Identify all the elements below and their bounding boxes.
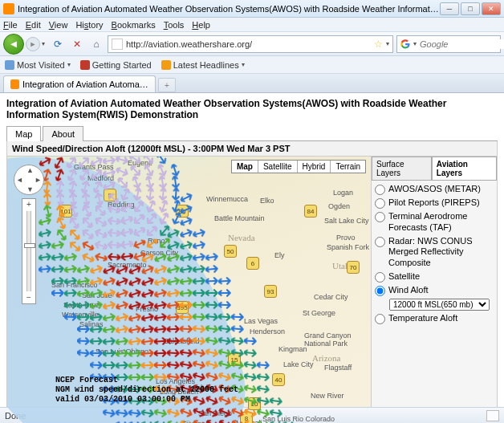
pan-up-icon[interactable]: ▲	[26, 166, 34, 174]
minimize-button[interactable]: ─	[440, 2, 459, 15]
getting-started-icon	[80, 60, 90, 70]
tab-about[interactable]: About	[43, 126, 83, 141]
radio-satellite[interactable]	[375, 272, 385, 283]
page-icon	[112, 39, 123, 50]
url-bar[interactable]: ☆ ▾	[108, 35, 393, 53]
label-temp-aloft: Temperature Aloft	[388, 313, 494, 324]
tab-surface-layers[interactable]: Surface Layers	[372, 157, 432, 180]
zoom-in-icon[interactable]: +	[26, 200, 31, 209]
bookmark-latest-headlines[interactable]: Latest Headlines▾	[161, 60, 245, 70]
menu-help[interactable]: Help	[192, 20, 210, 30]
wind-arrow	[244, 348, 262, 358]
wind-arrow	[231, 313, 249, 322]
main-area: ▲ ▼ ◄ ► + − Map Satellite Hybrid Terrain	[6, 157, 498, 423]
bookmark-most-visited[interactable]: Most Visited▾	[5, 60, 71, 70]
forecast-line1: NCEP Forecast	[55, 376, 238, 385]
pan-down-icon[interactable]: ▼	[26, 185, 34, 193]
page-title: Integration of Aviation Automated Weathe…	[6, 98, 498, 120]
wind-arrow	[231, 324, 250, 334]
map-subheader: Wind Speed/Direction Aloft (12000ft MSL)…	[6, 141, 498, 157]
zoom-slider[interactable]: + −	[22, 198, 36, 304]
zoom-thumb[interactable]	[24, 243, 35, 248]
layers-panel: Surface Layers Aviation Layers AWOS/ASOS…	[371, 157, 497, 423]
bookmark-getting-started[interactable]: Getting Started	[80, 60, 152, 70]
maptype-satellite[interactable]: Satellite	[258, 161, 297, 173]
label-radar: Radar: NWS CONUS Merged Reflectivity Com…	[388, 236, 494, 269]
rss-icon	[161, 60, 171, 70]
close-button[interactable]: ✕	[482, 2, 501, 15]
tab-favicon	[10, 79, 19, 89]
url-dropdown[interactable]: ▾	[386, 40, 389, 47]
menu-file[interactable]: File	[3, 20, 18, 30]
tab-map[interactable]: Map	[6, 126, 41, 141]
radio-wind-aloft[interactable]	[375, 286, 385, 296]
menu-tools[interactable]: Tools	[164, 20, 185, 30]
tab-strip: Integration of Aviation Automated ... +	[0, 74, 504, 93]
tab-aviation-layers[interactable]: Aviation Layers	[432, 157, 497, 180]
maptype-hybrid[interactable]: Hybrid	[297, 161, 331, 173]
browser-tab-active[interactable]: Integration of Aviation Automated ...	[3, 75, 156, 92]
google-icon	[400, 39, 410, 50]
search-bar[interactable]: ▾	[396, 35, 501, 53]
radio-radar[interactable]	[375, 237, 385, 247]
layer-tabs: Surface Layers Aviation Layers	[372, 157, 497, 181]
forecast-line3: valid 03/03/2010 03:00:00 PM	[55, 395, 238, 405]
reload-button[interactable]: ⟳	[50, 36, 66, 52]
wind-arrow	[244, 336, 262, 345]
label-satellite: Satellite	[388, 271, 494, 283]
menu-view[interactable]: View	[49, 20, 68, 30]
map-canvas[interactable]: ▲ ▼ ◄ ► + − Map Satellite Hybrid Terrain	[7, 157, 371, 423]
forecast-text: NCEP Forecast NGM wind speed/direction a…	[55, 376, 238, 405]
label-wind-aloft: Wind Aloft	[388, 285, 494, 296]
back-button[interactable]: ◄	[3, 34, 24, 55]
pan-control[interactable]: ▲ ▼ ◄ ►	[14, 165, 44, 195]
wind-arrow	[282, 420, 300, 423]
menu-history[interactable]: History	[75, 20, 103, 30]
stop-button[interactable]: ✕	[69, 36, 85, 52]
window-titlebar: Integration of Aviation Automated Weathe…	[0, 0, 504, 18]
pan-right-icon[interactable]: ►	[35, 176, 42, 184]
map-type-control: Map Satellite Hybrid Terrain	[231, 160, 366, 173]
menu-edit[interactable]: Edit	[26, 20, 41, 30]
maptype-map[interactable]: Map	[232, 161, 258, 173]
app-tabs: Map About	[6, 125, 498, 141]
label-taf: Terminal Aerodrome Forecasts (TAF)	[388, 211, 494, 234]
wind-arrow	[218, 301, 236, 310]
wind-arrow	[257, 360, 275, 369]
map-zoom-control: ▲ ▼ ◄ ► + −	[14, 165, 44, 304]
bookmarks-toolbar: Most Visited▾ Getting Started Latest Hea…	[0, 56, 504, 74]
security-zone-icon	[486, 410, 499, 421]
search-input[interactable]	[420, 39, 504, 49]
radio-taf[interactable]	[375, 212, 385, 222]
wind-arrow	[218, 289, 236, 297]
label-pirep: Pilot Reports (PIREPS)	[388, 197, 494, 209]
nav-toolbar: ◄ ► ▾ ⟳ ✕ ⌂ ☆ ▾ ▾	[0, 32, 504, 56]
forward-button[interactable]: ►	[26, 37, 40, 51]
menubar: File Edit View History Bookmarks Tools H…	[0, 18, 504, 32]
home-button[interactable]: ⌂	[88, 36, 104, 52]
page-content: Integration of Aviation Automated Weathe…	[0, 93, 504, 418]
maximize-button[interactable]: □	[461, 2, 480, 15]
window-title: Integration of Aviation Automated Weathe…	[18, 4, 440, 14]
maptype-terrain[interactable]: Terrain	[330, 161, 365, 173]
select-wind-level[interactable]: 12000 ft MSL(650 mb)	[389, 299, 490, 311]
label-awos: AWOS/ASOS (METAR)	[388, 184, 494, 195]
bookmark-star-icon[interactable]: ☆	[374, 39, 383, 50]
radio-awos[interactable]	[375, 185, 385, 195]
menu-bookmarks[interactable]: Bookmarks	[112, 20, 156, 30]
radio-temp-aloft[interactable]	[375, 314, 385, 324]
wind-arrow	[218, 276, 237, 285]
forecast-line2: NGM wind speed/direction at 12000 feet	[55, 385, 238, 395]
zoom-out-icon[interactable]: −	[26, 293, 31, 303]
zoom-track[interactable]	[26, 211, 31, 291]
history-dropdown[interactable]: ▾	[40, 40, 47, 47]
new-tab-button[interactable]: +	[158, 78, 176, 92]
most-visited-icon	[5, 60, 14, 70]
wind-arrow	[205, 252, 223, 262]
pan-left-icon[interactable]: ◄	[16, 176, 23, 184]
url-input[interactable]	[126, 39, 371, 49]
radio-pirep[interactable]	[375, 198, 385, 209]
firefox-icon	[3, 3, 14, 14]
layer-list: AWOS/ASOS (METAR) Pilot Reports (PIREPS)…	[372, 181, 497, 330]
wind-arrow	[205, 264, 224, 274]
